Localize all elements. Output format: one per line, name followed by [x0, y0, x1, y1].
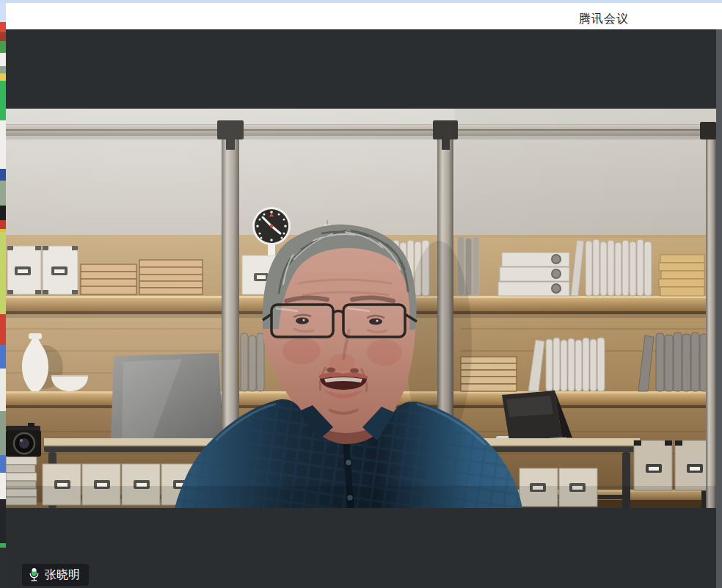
participant-name: 张晓明 [45, 564, 80, 586]
microphone-icon [29, 567, 40, 582]
participant-video-tile[interactable] [6, 109, 716, 508]
background-window-right-edge[interactable] [716, 29, 722, 588]
meeting-app-background: 张晓明 [6, 29, 716, 588]
video-scene [6, 109, 716, 508]
window-title: 腾讯会议 [579, 12, 629, 27]
background-window-sliver[interactable] [0, 3, 6, 588]
participant-name-badge: 张晓明 [22, 564, 89, 586]
desktop-screen: 腾讯会议 [0, 0, 722, 588]
window-titlebar[interactable]: 腾讯会议 [6, 3, 722, 29]
